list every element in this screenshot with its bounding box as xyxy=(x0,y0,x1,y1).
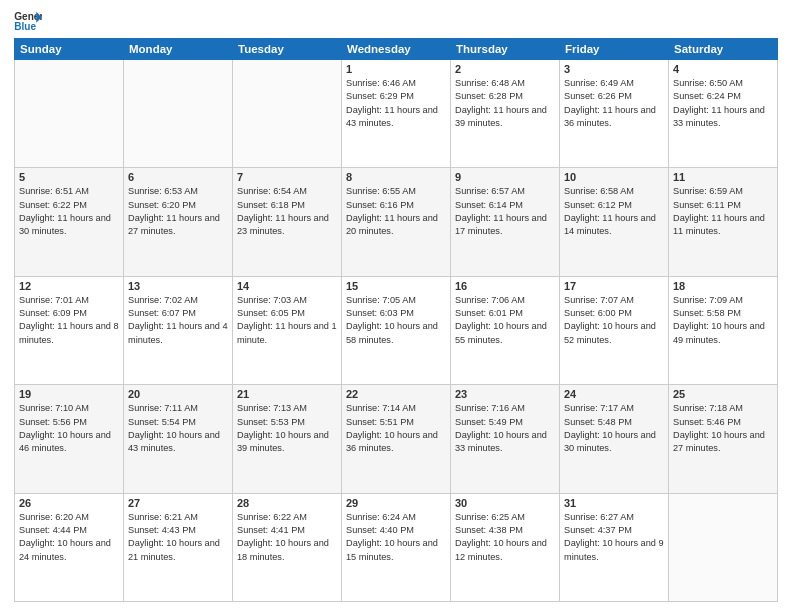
weekday-header-sunday: Sunday xyxy=(15,39,124,60)
weekday-header-thursday: Thursday xyxy=(451,39,560,60)
day-info: Sunrise: 6:51 AMSunset: 6:22 PMDaylight:… xyxy=(19,185,119,238)
day-cell: 7Sunrise: 6:54 AMSunset: 6:18 PMDaylight… xyxy=(233,168,342,276)
day-number: 31 xyxy=(564,497,664,509)
day-number: 1 xyxy=(346,63,446,75)
day-cell: 30Sunrise: 6:25 AMSunset: 4:38 PMDayligh… xyxy=(451,493,560,601)
weekday-header-tuesday: Tuesday xyxy=(233,39,342,60)
day-info: Sunrise: 6:53 AMSunset: 6:20 PMDaylight:… xyxy=(128,185,228,238)
day-info: Sunrise: 7:18 AMSunset: 5:46 PMDaylight:… xyxy=(673,402,773,455)
day-number: 3 xyxy=(564,63,664,75)
day-info: Sunrise: 7:10 AMSunset: 5:56 PMDaylight:… xyxy=(19,402,119,455)
day-number: 7 xyxy=(237,171,337,183)
day-info: Sunrise: 7:05 AMSunset: 6:03 PMDaylight:… xyxy=(346,294,446,347)
day-cell: 13Sunrise: 7:02 AMSunset: 6:07 PMDayligh… xyxy=(124,276,233,384)
day-cell: 28Sunrise: 6:22 AMSunset: 4:41 PMDayligh… xyxy=(233,493,342,601)
page: General Blue SundayMondayTuesdayWednesda… xyxy=(0,0,792,612)
day-info: Sunrise: 6:22 AMSunset: 4:41 PMDaylight:… xyxy=(237,511,337,564)
day-cell: 4Sunrise: 6:50 AMSunset: 6:24 PMDaylight… xyxy=(669,60,778,168)
day-info: Sunrise: 7:14 AMSunset: 5:51 PMDaylight:… xyxy=(346,402,446,455)
day-number: 8 xyxy=(346,171,446,183)
day-number: 2 xyxy=(455,63,555,75)
day-info: Sunrise: 7:02 AMSunset: 6:07 PMDaylight:… xyxy=(128,294,228,347)
day-info: Sunrise: 7:06 AMSunset: 6:01 PMDaylight:… xyxy=(455,294,555,347)
day-number: 12 xyxy=(19,280,119,292)
day-cell: 27Sunrise: 6:21 AMSunset: 4:43 PMDayligh… xyxy=(124,493,233,601)
weekday-header-saturday: Saturday xyxy=(669,39,778,60)
day-number: 13 xyxy=(128,280,228,292)
day-number: 27 xyxy=(128,497,228,509)
day-cell: 25Sunrise: 7:18 AMSunset: 5:46 PMDayligh… xyxy=(669,385,778,493)
day-number: 14 xyxy=(237,280,337,292)
day-cell xyxy=(669,493,778,601)
day-cell: 2Sunrise: 6:48 AMSunset: 6:28 PMDaylight… xyxy=(451,60,560,168)
day-cell: 31Sunrise: 6:27 AMSunset: 4:37 PMDayligh… xyxy=(560,493,669,601)
calendar-table: SundayMondayTuesdayWednesdayThursdayFrid… xyxy=(14,38,778,602)
day-number: 26 xyxy=(19,497,119,509)
day-cell: 24Sunrise: 7:17 AMSunset: 5:48 PMDayligh… xyxy=(560,385,669,493)
day-info: Sunrise: 6:54 AMSunset: 6:18 PMDaylight:… xyxy=(237,185,337,238)
day-info: Sunrise: 6:48 AMSunset: 6:28 PMDaylight:… xyxy=(455,77,555,130)
day-number: 17 xyxy=(564,280,664,292)
day-cell: 12Sunrise: 7:01 AMSunset: 6:09 PMDayligh… xyxy=(15,276,124,384)
week-row-5: 26Sunrise: 6:20 AMSunset: 4:44 PMDayligh… xyxy=(15,493,778,601)
day-info: Sunrise: 6:46 AMSunset: 6:29 PMDaylight:… xyxy=(346,77,446,130)
day-cell: 3Sunrise: 6:49 AMSunset: 6:26 PMDaylight… xyxy=(560,60,669,168)
day-number: 4 xyxy=(673,63,773,75)
day-cell xyxy=(15,60,124,168)
day-info: Sunrise: 7:11 AMSunset: 5:54 PMDaylight:… xyxy=(128,402,228,455)
day-info: Sunrise: 6:49 AMSunset: 6:26 PMDaylight:… xyxy=(564,77,664,130)
day-cell: 14Sunrise: 7:03 AMSunset: 6:05 PMDayligh… xyxy=(233,276,342,384)
week-row-3: 12Sunrise: 7:01 AMSunset: 6:09 PMDayligh… xyxy=(15,276,778,384)
day-cell: 19Sunrise: 7:10 AMSunset: 5:56 PMDayligh… xyxy=(15,385,124,493)
day-cell: 26Sunrise: 6:20 AMSunset: 4:44 PMDayligh… xyxy=(15,493,124,601)
day-info: Sunrise: 6:20 AMSunset: 4:44 PMDaylight:… xyxy=(19,511,119,564)
day-cell: 8Sunrise: 6:55 AMSunset: 6:16 PMDaylight… xyxy=(342,168,451,276)
day-cell: 20Sunrise: 7:11 AMSunset: 5:54 PMDayligh… xyxy=(124,385,233,493)
day-info: Sunrise: 6:21 AMSunset: 4:43 PMDaylight:… xyxy=(128,511,228,564)
day-info: Sunrise: 7:17 AMSunset: 5:48 PMDaylight:… xyxy=(564,402,664,455)
day-cell: 15Sunrise: 7:05 AMSunset: 6:03 PMDayligh… xyxy=(342,276,451,384)
day-number: 20 xyxy=(128,388,228,400)
day-number: 5 xyxy=(19,171,119,183)
day-info: Sunrise: 6:59 AMSunset: 6:11 PMDaylight:… xyxy=(673,185,773,238)
day-info: Sunrise: 6:24 AMSunset: 4:40 PMDaylight:… xyxy=(346,511,446,564)
logo-icon: General Blue xyxy=(14,10,42,32)
day-info: Sunrise: 7:07 AMSunset: 6:00 PMDaylight:… xyxy=(564,294,664,347)
day-cell: 1Sunrise: 6:46 AMSunset: 6:29 PMDaylight… xyxy=(342,60,451,168)
weekday-header-monday: Monday xyxy=(124,39,233,60)
day-info: Sunrise: 6:58 AMSunset: 6:12 PMDaylight:… xyxy=(564,185,664,238)
day-info: Sunrise: 6:50 AMSunset: 6:24 PMDaylight:… xyxy=(673,77,773,130)
day-info: Sunrise: 6:27 AMSunset: 4:37 PMDaylight:… xyxy=(564,511,664,564)
logo: General Blue xyxy=(14,10,42,32)
day-info: Sunrise: 7:03 AMSunset: 6:05 PMDaylight:… xyxy=(237,294,337,347)
day-number: 15 xyxy=(346,280,446,292)
day-number: 6 xyxy=(128,171,228,183)
day-cell: 6Sunrise: 6:53 AMSunset: 6:20 PMDaylight… xyxy=(124,168,233,276)
day-cell: 21Sunrise: 7:13 AMSunset: 5:53 PMDayligh… xyxy=(233,385,342,493)
day-cell: 9Sunrise: 6:57 AMSunset: 6:14 PMDaylight… xyxy=(451,168,560,276)
day-info: Sunrise: 6:57 AMSunset: 6:14 PMDaylight:… xyxy=(455,185,555,238)
day-number: 29 xyxy=(346,497,446,509)
day-cell: 11Sunrise: 6:59 AMSunset: 6:11 PMDayligh… xyxy=(669,168,778,276)
day-number: 23 xyxy=(455,388,555,400)
day-info: Sunrise: 7:13 AMSunset: 5:53 PMDaylight:… xyxy=(237,402,337,455)
day-number: 28 xyxy=(237,497,337,509)
svg-text:Blue: Blue xyxy=(14,21,36,32)
day-info: Sunrise: 6:25 AMSunset: 4:38 PMDaylight:… xyxy=(455,511,555,564)
weekday-header-friday: Friday xyxy=(560,39,669,60)
day-cell xyxy=(124,60,233,168)
day-number: 18 xyxy=(673,280,773,292)
week-row-1: 1Sunrise: 6:46 AMSunset: 6:29 PMDaylight… xyxy=(15,60,778,168)
week-row-2: 5Sunrise: 6:51 AMSunset: 6:22 PMDaylight… xyxy=(15,168,778,276)
day-cell: 10Sunrise: 6:58 AMSunset: 6:12 PMDayligh… xyxy=(560,168,669,276)
day-number: 10 xyxy=(564,171,664,183)
week-row-4: 19Sunrise: 7:10 AMSunset: 5:56 PMDayligh… xyxy=(15,385,778,493)
day-cell xyxy=(233,60,342,168)
day-cell: 23Sunrise: 7:16 AMSunset: 5:49 PMDayligh… xyxy=(451,385,560,493)
day-number: 25 xyxy=(673,388,773,400)
day-cell: 16Sunrise: 7:06 AMSunset: 6:01 PMDayligh… xyxy=(451,276,560,384)
day-info: Sunrise: 7:01 AMSunset: 6:09 PMDaylight:… xyxy=(19,294,119,347)
day-cell: 5Sunrise: 6:51 AMSunset: 6:22 PMDaylight… xyxy=(15,168,124,276)
day-info: Sunrise: 7:16 AMSunset: 5:49 PMDaylight:… xyxy=(455,402,555,455)
weekday-header-wednesday: Wednesday xyxy=(342,39,451,60)
